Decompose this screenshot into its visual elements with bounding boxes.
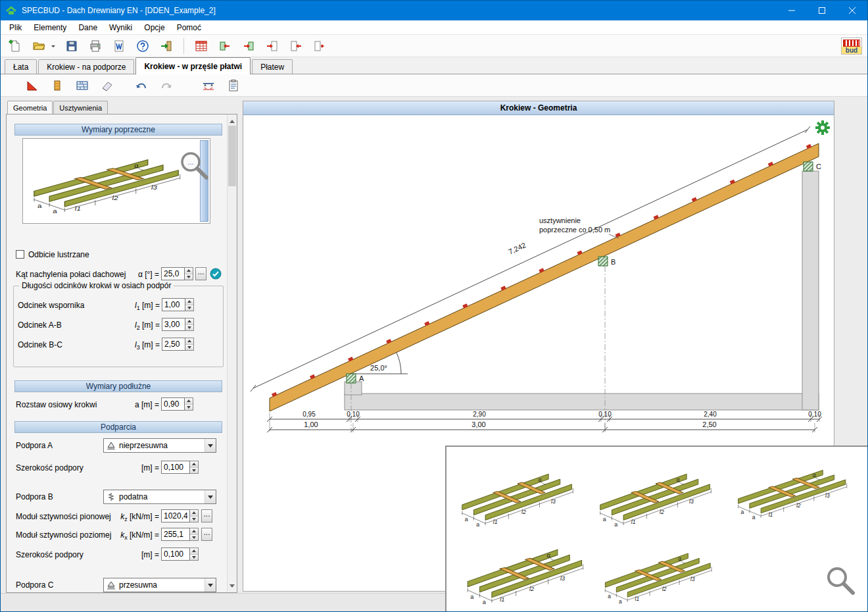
help-button[interactable] (133, 38, 152, 55)
tab-krokiew-na-podporze[interactable]: Krokiew - na podporze (38, 59, 134, 74)
elements-table-icon (195, 39, 208, 53)
module-next-button[interactable] (239, 38, 258, 55)
length-row-2: Odcinek A-B l2 [m] = (14, 318, 223, 332)
print-button[interactable] (86, 38, 105, 55)
length1-input[interactable] (162, 298, 185, 311)
support-a-width-input[interactable] (161, 461, 190, 474)
roof-slope-button[interactable] (23, 77, 41, 94)
module-prev-button[interactable] (216, 38, 234, 55)
support-a-select[interactable]: nieprzesuwna (103, 438, 216, 453)
timber-section-icon (51, 79, 64, 92)
scheme-option-1[interactable] (456, 457, 585, 531)
scheme-option-2[interactable] (594, 457, 723, 531)
support-a-letter: A (359, 374, 364, 382)
save-button[interactable] (62, 38, 81, 55)
exit-button[interactable] (157, 38, 176, 55)
panel-tab-geometria[interactable]: Geometria (7, 101, 53, 114)
length3-input[interactable] (162, 338, 185, 351)
close-button[interactable] (837, 1, 867, 20)
support-b-marker[interactable]: B (598, 257, 615, 266)
settings-gear-icon[interactable] (815, 120, 830, 135)
word-export-button[interactable] (110, 38, 128, 55)
stiffness-h-more-button[interactable]: ... (201, 528, 212, 541)
scrollbar-thumb[interactable] (228, 126, 236, 186)
title-bar[interactable]: SPECBUD - Dach Drewniany EN - [DDEN_Exam… (1, 1, 867, 20)
stiffness-h-input[interactable] (161, 528, 190, 541)
scroll-down-icon[interactable] (228, 582, 237, 592)
length-row-3: Odcinek B-C l3 [m] = (14, 338, 223, 352)
length1-spinner[interactable] (185, 298, 194, 311)
menu-opcje[interactable]: Opcje (138, 20, 170, 34)
chevron-down-icon (205, 578, 216, 592)
eraser-icon (101, 79, 114, 92)
menu-plik[interactable]: Plik (3, 20, 28, 34)
stiffness-h-row: Moduł sztywności poziomej kx [kN/m] = ..… (7, 528, 228, 542)
redo-icon (160, 79, 173, 92)
menu-wyniki[interactable]: Wyniki (103, 20, 138, 34)
module-open-button[interactable] (263, 38, 281, 55)
stiffness-h-spinner[interactable] (190, 528, 199, 541)
menu-elementy[interactable]: Elementy (28, 20, 72, 34)
new-file-button[interactable] (6, 38, 24, 55)
menu-dane[interactable]: Dane (72, 20, 103, 34)
panel-tab-usztywnienia[interactable]: Usztywnienia (53, 101, 108, 114)
panel-scrollbar[interactable] (227, 115, 237, 592)
length1-symbol: l1 [m] = (124, 301, 160, 311)
support-b-width-spinner[interactable] (190, 548, 199, 561)
support-a-width-spinner[interactable] (190, 461, 199, 474)
scheme-option-3[interactable] (732, 455, 858, 523)
stiffness-v-spinner[interactable] (190, 509, 199, 523)
scheme-picker-popup (445, 446, 868, 612)
support-b-width-input[interactable] (161, 548, 190, 561)
support-b-value: podatna (119, 492, 147, 501)
thumbnail-zoom-button[interactable]: ... (178, 149, 212, 183)
nav-forward-button[interactable] (310, 38, 329, 55)
menu-bar: Plik Elementy Dane Wyniki Opcje Pomoć (1, 20, 867, 35)
angle-spinner[interactable] (185, 267, 193, 280)
nav-back-button[interactable] (287, 38, 305, 55)
tab-platew[interactable]: Płatew (252, 59, 293, 74)
timber-section-button[interactable] (48, 77, 66, 94)
tab-lata[interactable]: Łata (5, 59, 37, 74)
nav-back-icon (289, 39, 302, 53)
length2-input[interactable] (162, 318, 185, 331)
tab-krokiew-w-przesle-platwi[interactable]: Krokiew - w przęśle płatwi (135, 57, 251, 74)
support-a-marker[interactable]: A (347, 374, 364, 383)
scroll-up-icon[interactable] (228, 115, 237, 125)
angle-input[interactable] (161, 267, 185, 280)
length2-spinner[interactable] (185, 318, 194, 331)
section-wymiary-podluzne: Wymiary podłużne (14, 380, 222, 392)
support-c-row: Podpora C przesuwna (7, 578, 228, 592)
nav-forward-icon (313, 39, 326, 53)
spacing-input[interactable] (161, 397, 185, 411)
minimize-button[interactable] (777, 1, 807, 20)
support-a-width-symbol: [m] = (125, 463, 159, 472)
report-button[interactable] (224, 77, 243, 94)
spacing-spinner[interactable] (185, 397, 193, 411)
stiffness-v-input[interactable] (161, 509, 190, 523)
length3-spinner[interactable] (185, 338, 194, 351)
scheme-option-4[interactable] (461, 532, 595, 609)
redo-button[interactable] (157, 77, 176, 94)
angle-more-button[interactable]: ... (195, 267, 206, 280)
angle-helper-icon[interactable] (210, 268, 222, 280)
undo-icon (135, 79, 148, 92)
open-file-button[interactable] (30, 38, 48, 55)
zoom-icon[interactable] (824, 564, 858, 598)
undo-button[interactable] (132, 77, 151, 94)
support-c-marker[interactable]: C (804, 162, 821, 171)
eraser-button[interactable] (98, 77, 116, 94)
support-b-select[interactable]: podatna (103, 490, 216, 504)
static-scheme-button[interactable] (199, 77, 218, 94)
application-window: SPECBUD - Dach Drewniany EN - [DDEN_Exam… (0, 0, 868, 612)
support-c-select[interactable]: przesuwna (103, 578, 216, 592)
maximize-button[interactable] (807, 1, 837, 20)
dim-0-95: 0,95 (302, 411, 316, 418)
brick-wall-button[interactable] (73, 77, 91, 94)
elements-table-button[interactable] (192, 38, 210, 55)
stiffness-v-more-button[interactable]: ... (201, 509, 212, 523)
menu-pomoc[interactable]: Pomoć (171, 20, 207, 34)
open-file-dropdown[interactable] (49, 38, 57, 55)
mirror-checkbox[interactable] (16, 250, 24, 259)
scheme-option-5[interactable] (599, 538, 723, 607)
